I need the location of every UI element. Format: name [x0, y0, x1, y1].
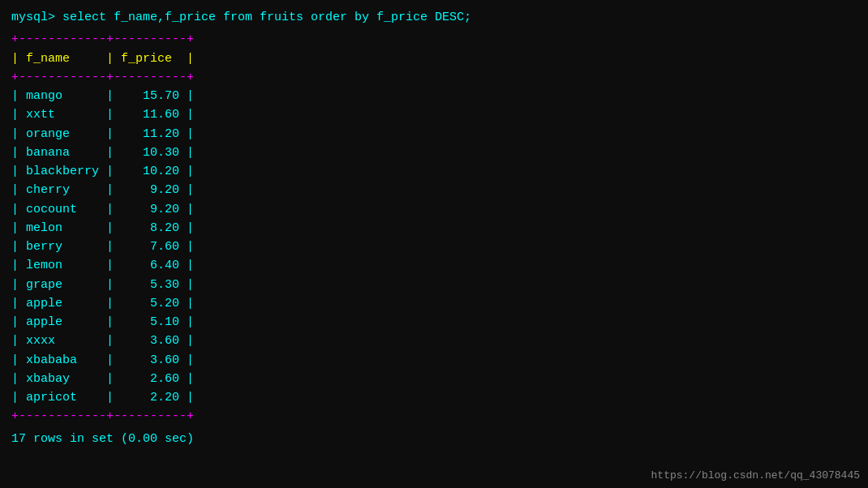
table-row: | banana | 10.30 |	[11, 143, 857, 162]
table-row: | apple | 5.20 |	[11, 294, 857, 313]
watermark-text: https://blog.csdn.net/qq_43078445	[651, 469, 860, 482]
table-row: | blackberry | 10.20 |	[11, 162, 857, 181]
table-row: | cherry | 9.20 |	[11, 181, 857, 199]
query-result-table: +------------+----------+ | f_name | f_p…	[11, 30, 857, 426]
table-row: | xbababa | 3.60 |	[11, 351, 857, 370]
border-bottom: +------------+----------+	[11, 407, 857, 426]
table-body: | mango | 15.70 || xxtt | 11.60 || orang…	[11, 87, 857, 407]
table-row: | lemon | 6.40 |	[11, 256, 857, 275]
table-row: | cocount | 9.20 |	[11, 200, 857, 219]
border-mid: +------------+----------+	[11, 68, 857, 87]
table-row: | grape | 5.30 |	[11, 276, 857, 294]
table-row: | berry | 7.60 |	[11, 238, 857, 256]
table-header: | f_name | f_price |	[11, 49, 857, 68]
table-row: | apricot | 2.20 |	[11, 388, 857, 407]
table-row: | melon | 8.20 |	[11, 219, 857, 238]
border-top: +------------+----------+	[11, 30, 857, 49]
terminal-window: mysql> select f_name,f_price from fruits…	[0, 0, 868, 456]
row-count: 17 rows in set (0.00 sec)	[11, 430, 857, 448]
table-row: | mango | 15.70 |	[11, 87, 857, 105]
table-row: | xbabay | 2.60 |	[11, 370, 857, 388]
sql-prompt: mysql> select f_name,f_price from fruits…	[11, 8, 857, 27]
table-row: | xxxx | 3.60 |	[11, 332, 857, 350]
table-row: | xxtt | 11.60 |	[11, 105, 857, 124]
table-row: | orange | 11.20 |	[11, 125, 857, 143]
table-row: | apple | 5.10 |	[11, 313, 857, 332]
